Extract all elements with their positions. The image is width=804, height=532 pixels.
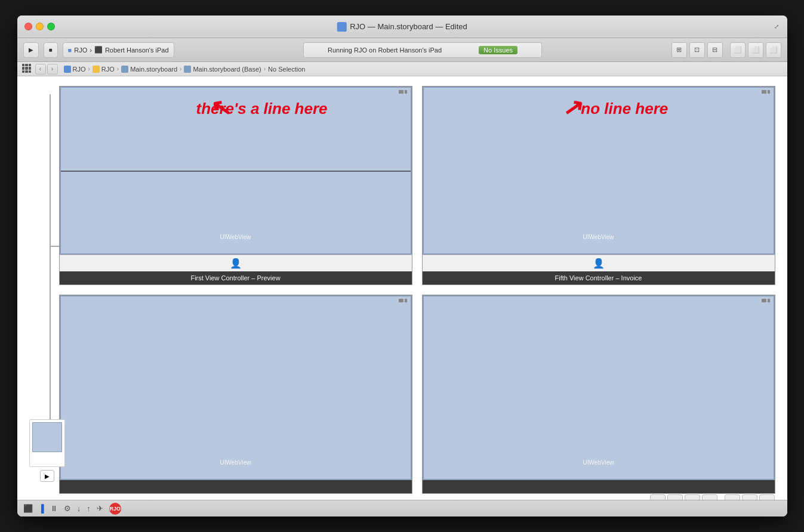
play-icon: ▶ [29,47,33,53]
breadcrumb-item-3[interactable]: Main.storyboard (Base) [184,66,261,73]
scene-title-label-tr: Fifth View Controller – Invoice [555,274,642,282]
folder-icon [93,66,100,73]
titlebar: RJO — Main.storyboard — Edited ⤢ [17,16,787,38]
scene-card-top-right[interactable]: no line here ↗ UIWebView 👤 Fi [422,86,775,285]
scene-grid: there's a line here ↖ UIWebView 👤 [59,86,775,494]
arrow-tl: ↖ [209,92,233,122]
main-area: there's a line here ↖ UIWebView 👤 [17,76,787,500]
scene-card-top-left[interactable]: there's a line here ↖ UIWebView 👤 [59,86,412,285]
rjo-badge: RJO [109,503,121,515]
xcode-window: RJO — Main.storyboard — Edited ⤢ ▶ ■ ■ R… [17,16,787,516]
device-name: Robert Hanson's iPad [105,47,169,54]
person-icon-tr: 👤 [593,258,605,269]
pause-icon: ⏸ [50,504,58,513]
download-icon: ↓ [77,504,81,513]
navigator-button[interactable]: ⬜ [730,42,746,58]
scene-title-br [423,480,775,493]
device-icon: ⬛ [94,46,103,54]
arrow-tr: ↗ [561,92,586,122]
bc-label-3: Main.storyboard (Base) [193,66,261,73]
debug-button[interactable]: ⬜ [748,42,763,58]
uiwebview-label-br: UIWebView [424,456,774,467]
canvas-area[interactable]: there's a line here ↖ UIWebView 👤 [17,76,787,500]
scene-title-tl: First View Controller – Preview [60,271,412,284]
zoom-layout-btn-2[interactable]: ⊣ [685,494,700,500]
scene-title-tr: Fifth View Controller – Invoice [423,271,775,284]
title-text: RJO — Main.storyboard — Edited [350,22,467,31]
breadcrumb: ‹ › RJO › RJO › Main.storyboard › Main.s… [17,62,787,76]
bc-label-2: Main.storyboard [130,66,177,73]
scene-frame-bottom-left: UIWebView [60,295,412,480]
sep-0: › [88,66,90,72]
scheme-name: RJO [74,47,87,54]
zoom-equal-btn[interactable]: = [742,494,757,500]
back-button[interactable]: ‹ [35,64,46,75]
zoom-toolbar: ≡≡ ↔ ⊣ ⊡ − = + [650,494,775,500]
scene-frame-bottom-right: UIWebView [423,295,775,480]
scene-frame-top-left: there's a line here ↖ UIWebView [60,86,412,255]
bc-label-4: No Selection [268,66,305,73]
annotation-text-tr: no line here [581,100,668,118]
status-bar: ⬛ ▐ ⏸ ⚙ ↓ ↑ ✈ RJO [17,500,787,516]
storyboard-icon-0 [121,66,128,73]
status-text: Running RJO on Robert Hanson's iPad [328,47,442,54]
scene-frame-top-right: no line here ↗ UIWebView [423,86,775,255]
breadcrumb-item-4[interactable]: No Selection [268,66,305,73]
play-button[interactable]: ▶ [23,42,39,58]
breadcrumb-item-2[interactable]: Main.storyboard [121,66,177,73]
person-icon-tl: 👤 [230,258,242,269]
rjo-badge-label: RJO [109,506,121,512]
close-button[interactable] [24,23,32,30]
uiwebview-label-tl: UIWebView [61,231,411,242]
bc-label-1: RJO [101,66,115,73]
document-icon [337,22,346,32]
scene-card-bottom-left[interactable]: UIWebView [59,295,412,494]
scene-title-label-tl: First View Controller – Preview [190,274,280,282]
grid-icon[interactable] [22,64,32,73]
breadcrumb-item-0[interactable]: RJO [64,66,86,73]
nav-controls: ‹ › [22,64,58,75]
breadcrumb-item-1[interactable]: RJO [93,66,115,73]
zoom-layout-btn-3[interactable]: ⊡ [702,494,717,500]
forward-button[interactable]: › [47,64,58,75]
editor-standard-button[interactable]: ⊞ [671,42,687,58]
window-title: RJO — Main.storyboard — Edited [337,22,467,32]
build-icon: ⚙ [64,504,71,513]
status-icon-0: ⬛ [23,504,33,513]
sep-2: › [180,66,181,72]
stop-button[interactable]: ■ [44,42,58,58]
sidebar-thumbnail: ▶ [29,419,65,467]
stop-icon: ■ [49,47,53,53]
toolbar: ▶ ■ ■ RJO › ⬛ Robert Hanson's iPad Runni… [17,38,787,62]
status-area: Running RJO on Robert Hanson's iPad No I… [179,42,667,58]
arrow-icon: › [90,47,92,54]
sep-3: › [264,66,266,72]
zoom-out-btn[interactable]: − [725,494,740,500]
uiwebview-label-bl: UIWebView [61,456,411,467]
thumbnail-play-btn[interactable]: ▶ [40,470,54,482]
traffic-lights [24,23,55,30]
inspector-button[interactable]: ⬜ [766,42,781,58]
rjo-icon [64,66,71,73]
zoom-layout-btn-0[interactable]: ≡≡ [650,494,666,500]
scene-indicator-tr [762,90,770,94]
scene-indicator-br [762,299,770,302]
annotation-text-tl: there's a line here [196,100,327,118]
editor-version-button[interactable]: ⊟ [707,42,723,58]
send-icon: ✈ [97,504,103,513]
sep-1: › [117,66,119,72]
scheme-selector[interactable]: ■ RJO › ⬛ Robert Hanson's iPad [63,42,174,58]
status-pill: Running RJO on Robert Hanson's iPad No I… [303,42,542,58]
zoom-in-btn[interactable]: + [759,494,775,500]
scene-bottom-tl: 👤 [60,255,412,271]
bc-label-0: RJO [73,66,86,73]
expand-button[interactable]: ⤢ [772,22,781,32]
minimize-button[interactable] [36,23,44,30]
zoom-layout-btn-1[interactable]: ↔ [667,494,683,500]
maximize-button[interactable] [47,23,55,30]
editor-assistant-button[interactable]: ⊡ [689,42,705,58]
status-icon-1: ▐ [39,504,44,513]
toolbar-right: ⊞ ⊡ ⊟ ⬜ ⬜ ⬜ [671,42,781,58]
scene-card-bottom-right[interactable]: UIWebView ≡≡ ↔ ⊣ ⊡ − = + [422,295,775,494]
thumbnail-frame [32,422,62,452]
